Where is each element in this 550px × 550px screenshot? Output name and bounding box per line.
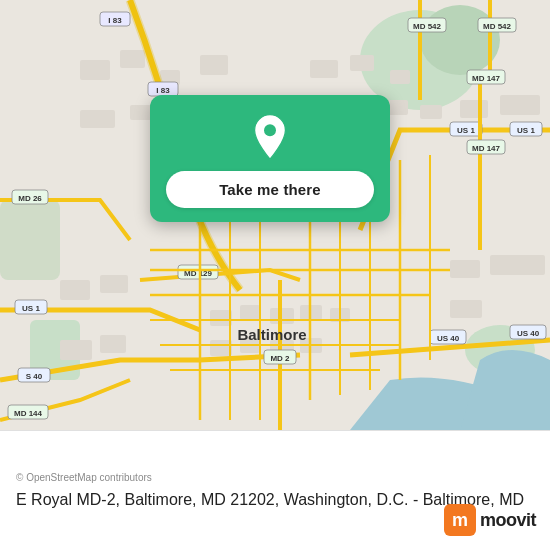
svg-rect-3 xyxy=(0,200,60,280)
svg-rect-31 xyxy=(210,310,232,326)
svg-rect-9 xyxy=(200,55,228,75)
svg-rect-23 xyxy=(500,95,540,115)
svg-text:US 40: US 40 xyxy=(517,329,540,338)
svg-text:MD 147: MD 147 xyxy=(472,144,501,153)
svg-text:MD 542: MD 542 xyxy=(483,22,512,31)
svg-text:US 1: US 1 xyxy=(517,126,535,135)
svg-text:m: m xyxy=(452,510,468,530)
map-view: I 83 I 83 I 83 US 1 US 1 MD 139 MD 542 M… xyxy=(0,0,550,430)
svg-text:Baltimore: Baltimore xyxy=(237,326,306,343)
svg-rect-32 xyxy=(240,305,260,320)
svg-text:US 1: US 1 xyxy=(22,304,40,313)
svg-rect-21 xyxy=(420,105,442,119)
svg-text:MD 147: MD 147 xyxy=(472,74,501,83)
svg-rect-25 xyxy=(100,275,128,293)
svg-text:MD 26: MD 26 xyxy=(18,194,42,203)
svg-text:US 40: US 40 xyxy=(437,334,460,343)
svg-text:I 83: I 83 xyxy=(108,16,122,25)
svg-rect-17 xyxy=(390,70,410,84)
svg-rect-16 xyxy=(350,55,374,71)
svg-point-91 xyxy=(264,124,276,136)
svg-text:S 40: S 40 xyxy=(26,372,43,381)
svg-rect-15 xyxy=(310,60,338,78)
moovit-brand-text: moovit xyxy=(480,510,536,531)
svg-rect-6 xyxy=(80,60,110,80)
svg-rect-36 xyxy=(210,340,232,356)
bottom-info-bar: © OpenStreetMap contributors E Royal MD-… xyxy=(0,430,550,550)
svg-rect-10 xyxy=(80,110,115,128)
svg-rect-27 xyxy=(100,335,126,353)
svg-rect-22 xyxy=(460,100,488,118)
svg-rect-26 xyxy=(60,340,92,360)
svg-rect-11 xyxy=(130,105,152,120)
location-pin-icon xyxy=(246,113,294,161)
svg-rect-24 xyxy=(60,280,90,300)
moovit-logo: m moovit xyxy=(444,504,536,536)
svg-text:MD 542: MD 542 xyxy=(413,22,442,31)
svg-text:I 83: I 83 xyxy=(156,86,170,95)
svg-text:US 1: US 1 xyxy=(457,126,475,135)
moovit-logo-icon: m xyxy=(444,504,476,536)
svg-rect-28 xyxy=(450,260,480,278)
svg-rect-7 xyxy=(120,50,145,68)
svg-rect-30 xyxy=(450,300,482,318)
map-attribution: © OpenStreetMap contributors xyxy=(16,472,534,483)
svg-text:MD 2: MD 2 xyxy=(270,354,290,363)
svg-text:MD 144: MD 144 xyxy=(14,409,43,418)
location-popup: Take me there xyxy=(150,95,390,222)
svg-rect-29 xyxy=(490,255,545,275)
take-me-there-button[interactable]: Take me there xyxy=(166,171,374,208)
